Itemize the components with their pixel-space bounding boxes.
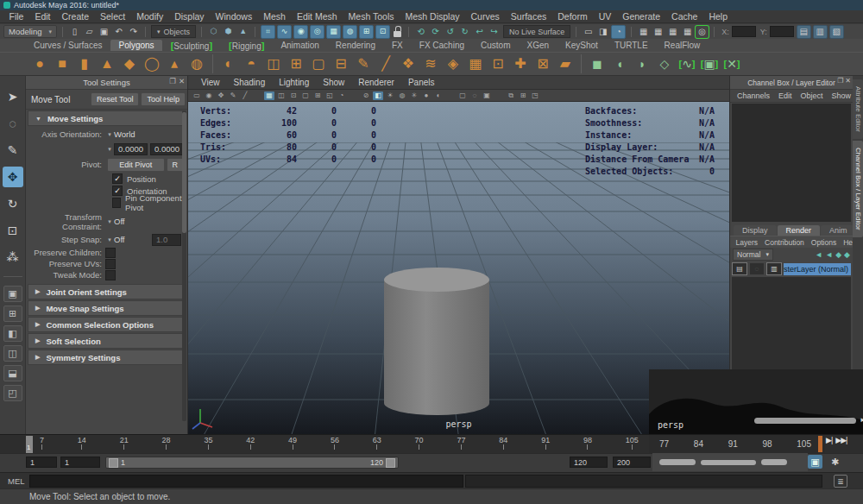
layer-renderable-icon[interactable]: ◌	[749, 262, 765, 275]
collapsed-section[interactable]: ▶ Soft Selection	[28, 333, 186, 349]
playback-end-field[interactable]: 120	[570, 457, 608, 468]
greyed-b-icon[interactable]: ◌	[469, 91, 480, 100]
input-connections-icon[interactable]: ⟲	[414, 26, 427, 38]
bevel-icon[interactable]: ▦	[465, 54, 486, 74]
layout-two-pane-icon[interactable]: ◫	[3, 345, 22, 362]
grid-toggle-icon[interactable]: ▦	[652, 26, 665, 38]
layout-persp-outliner-icon[interactable]: ◧	[3, 325, 22, 342]
panel-layout-c-icon[interactable]: ◳	[530, 91, 540, 100]
render-settings-icon[interactable]: ◔	[611, 25, 626, 39]
viewport-menu-item[interactable]: Lighting	[273, 78, 315, 87]
menu-item[interactable]: Create	[56, 11, 95, 22]
viewport-toolbar-icon[interactable]	[494, 91, 504, 100]
viewport-toolbar-icon[interactable]	[445, 91, 456, 100]
sculpt-tool-icon[interactable]: [◼]	[587, 54, 608, 74]
extrude-icon[interactable]: ◈	[443, 54, 463, 74]
append-to-polygon-icon[interactable]: ✎	[353, 54, 374, 74]
snap-to-curve-icon[interactable]: ∿	[277, 25, 292, 39]
image-plane-icon[interactable]: ✥	[216, 91, 226, 100]
greyed-c-icon[interactable]: ▣	[482, 91, 492, 100]
lasso-select-tool-icon[interactable]: ◌	[3, 113, 23, 134]
pivot-x-field[interactable]: 0.0000	[114, 143, 148, 155]
snap-together-icon[interactable]: ⊡	[375, 25, 390, 39]
new-layer-from-selected-icon[interactable]: ◆	[844, 250, 850, 259]
shelf-tab[interactable]: [TURTLE]	[607, 40, 656, 51]
wireframe-icon[interactable]: ▦	[264, 91, 274, 100]
extract-icon[interactable]: ◫	[263, 54, 284, 74]
layer-name[interactable]: masterLayer (Normal)	[784, 263, 851, 275]
poly-pyramid-icon[interactable]: ▴	[164, 54, 185, 74]
layer-type-icon[interactable]: ▥	[766, 262, 782, 275]
pivot-y-field[interactable]: 0.0000	[150, 143, 184, 155]
scene-3d[interactable]: Verts:4200 Edges:10000 Faces:6000 Tris:8…	[188, 102, 729, 436]
select-component-icon[interactable]: ▲	[236, 26, 249, 38]
textured-icon[interactable]: ⊡	[288, 91, 299, 100]
checkbox[interactable]	[112, 173, 123, 184]
live-surface-field[interactable]: No Live Surface	[503, 25, 570, 38]
menu-item[interactable]: Edit	[29, 11, 56, 22]
channel-box-menu-item[interactable]: Show	[828, 91, 855, 100]
x-ray-icon[interactable]: ✳	[409, 91, 419, 100]
collapsed-section[interactable]: ▶ Symmetry Settings	[28, 350, 186, 365]
close-panel-icon[interactable]: ✕	[179, 77, 185, 85]
sidebar-vertical-tab[interactable]: Attribute Editor	[853, 79, 863, 139]
menu-item[interactable]: Curves	[465, 11, 505, 22]
use-all-lights-icon[interactable]: ▢	[300, 91, 311, 100]
reset-pivot-button[interactable]: R	[167, 158, 185, 172]
panel-layout-a-icon[interactable]: ⧉	[506, 91, 516, 100]
move-tool-icon[interactable]: ✥	[3, 167, 23, 187]
poly-plane-icon[interactable]: ◆	[119, 54, 140, 74]
save-scene-icon[interactable]: ▣	[98, 26, 110, 38]
viewport-menu-item[interactable]: Panels	[402, 78, 441, 87]
checkbox[interactable]	[105, 248, 116, 258]
pinch-sculpt-icon[interactable]: [∿]	[677, 54, 697, 74]
layer-editor-tab[interactable]: Display	[734, 225, 777, 236]
step-forward-icon[interactable]: ▶|	[826, 436, 832, 444]
toggle-attribute-editor-icon[interactable]: ▤	[797, 25, 811, 39]
undo-icon[interactable]: ↶	[112, 26, 125, 38]
range-end-handle[interactable]	[386, 458, 395, 468]
layout-four-pane-icon[interactable]: ⊞	[3, 306, 22, 322]
panel-layout-b-icon[interactable]: ⊞	[518, 91, 528, 100]
layout-single-pane-icon[interactable]: ▣	[3, 286, 22, 302]
redo-icon[interactable]: ↷	[127, 26, 140, 38]
checkbox[interactable]	[105, 270, 116, 280]
shelf-tab[interactable]: [Rendering]	[328, 40, 383, 51]
animation-end-field[interactable]: 200	[613, 457, 651, 468]
new-scene-icon[interactable]: ▯	[68, 26, 81, 38]
multisample-icon[interactable]: ⊘	[361, 91, 371, 100]
separate-icon[interactable]: ◓	[241, 54, 261, 74]
layout-hypershade-icon[interactable]: ◰	[3, 385, 22, 401]
tool-help-button[interactable]: Tool Help	[141, 92, 186, 106]
mel-input[interactable]	[29, 475, 463, 488]
menu-item[interactable]: UV	[593, 11, 617, 22]
shelf-tab[interactable]: [Sculpting]	[163, 40, 220, 52]
snap-to-grid-icon[interactable]: ⌗	[261, 25, 275, 39]
toggle-channel-box-icon[interactable]: ▧	[829, 25, 844, 39]
layer-blend-mode-dropdown[interactable]: Normal ▾	[733, 249, 773, 261]
paint-effects-icon[interactable]: ◎	[696, 26, 709, 38]
layer-editor-tab[interactable]: Render	[778, 225, 821, 236]
grease-pencil-icon[interactable]: ╱	[240, 91, 250, 100]
knife-sculpt-icon[interactable]: [✕]	[721, 54, 742, 74]
checkbox[interactable]	[112, 198, 121, 208]
viewport-menu-item[interactable]: Show	[317, 78, 350, 87]
collapsed-section[interactable]: ▶ Joint Orient Settings	[28, 284, 186, 299]
menu-item[interactable]: File	[3, 11, 29, 22]
transform-constraint-value[interactable]: Off	[114, 217, 125, 226]
render-current-frame-icon[interactable]: ▭	[582, 26, 595, 38]
menu-item[interactable]: Modify	[131, 11, 169, 22]
poly-cylinder-object[interactable]	[384, 268, 489, 415]
make-live-icon[interactable]: ◍	[343, 25, 357, 39]
open-scene-icon[interactable]: ▱	[83, 26, 96, 38]
edit-pivot-button[interactable]: Edit Pivot	[107, 158, 165, 172]
select-object-icon[interactable]: ⬢	[222, 26, 235, 38]
relax-sculpt-icon[interactable]: [◗]	[632, 54, 652, 74]
depth-of-field-icon[interactable]: ◧	[373, 91, 383, 100]
bridge-icon[interactable]: ≋	[420, 54, 441, 74]
step-snap-size-field[interactable]: 1.0	[152, 234, 181, 246]
snap-align-icon[interactable]: ⊞	[359, 25, 374, 39]
x-coordinate-input[interactable]	[732, 26, 756, 37]
shelf-tab[interactable]: [RealFlow]	[657, 40, 709, 51]
isolate-select-icon[interactable]: ◍	[397, 91, 407, 100]
